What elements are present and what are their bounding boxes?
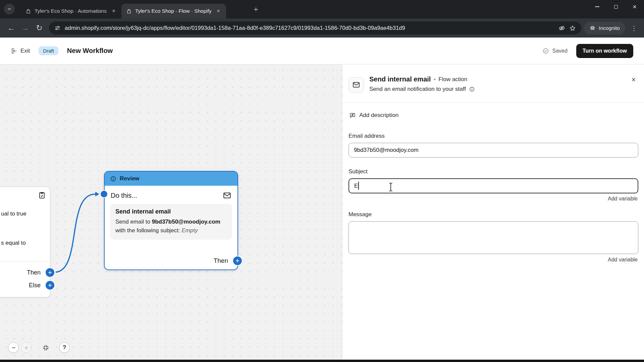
summary-text: Send email to [115, 219, 152, 225]
action-config-panel: Send internal email • Flow action Send a… [342, 64, 644, 360]
else-label: Else [29, 282, 41, 289]
tab-flow-editor[interactable]: Tyler's Eco Shop · Flow · Shopify × [121, 4, 226, 18]
add-then-action-button[interactable] [46, 268, 54, 277]
zoom-in-button[interactable] [21, 342, 32, 353]
add-description-button[interactable]: Add description [347, 111, 400, 120]
summary-empty-value: Empty [182, 227, 198, 234]
screen: Tyler's Eco Shop · Automations × Tyler's… [0, 0, 644, 362]
address-bar[interactable]: admin.shopify.com/store/jy63jq-dc/apps/f… [49, 21, 581, 35]
then-label: Then [27, 269, 41, 276]
zoom-out-button[interactable] [8, 342, 19, 353]
window-minimize-button[interactable] [588, 0, 606, 13]
review-banner: Review [105, 172, 237, 186]
saved-status: Saved [542, 48, 567, 54]
panel-title: Send internal email [369, 75, 431, 83]
help-button[interactable]: ? [59, 342, 70, 353]
maximize-icon [614, 5, 618, 9]
action-card-body: Do this... Send internal email Send emai… [105, 186, 237, 269]
reload-button[interactable]: ↻ [32, 21, 46, 35]
window-maximize-button[interactable] [606, 0, 625, 13]
tabs: Tyler's Eco Shop · Automations × Tyler's… [21, 0, 226, 18]
text-caret [358, 182, 359, 190]
edit-bubble-icon [349, 112, 356, 119]
then-label: Then [214, 257, 228, 264]
action-card-send-internal-email[interactable]: Review Do this... Send internal email Se… [104, 171, 238, 270]
site-settings-icon[interactable] [54, 25, 61, 31]
summary-text: with the following subject: [115, 227, 182, 234]
message-textarea[interactable] [348, 221, 638, 254]
workflow-title: New Workflow [67, 47, 113, 55]
tab-automations[interactable]: Tyler's Eco Shop · Automations × [21, 4, 121, 18]
turn-on-workflow-button[interactable]: Turn on workflow [576, 44, 633, 58]
action-summary-description: Send email to 9bd37b50@moodjoy.com with … [115, 218, 227, 235]
summary-email: 9bd37b50@moodjoy.com [152, 219, 220, 225]
action-summary-box: Send internal email Send email to 9bd37b… [110, 204, 232, 240]
window-controls: × [588, 0, 644, 13]
forward-button[interactable]: → [18, 21, 32, 35]
chevron-down-icon [7, 7, 12, 11]
add-else-action-button[interactable] [46, 281, 54, 290]
condition-card[interactable]: ual to true s equal to Then Else [0, 187, 50, 297]
exit-label: Exit [20, 48, 30, 54]
tab-title: Tyler's Eco Shop · Automations [35, 8, 107, 14]
else-branch-row: Else [29, 281, 54, 290]
add-description-label: Add description [359, 112, 398, 119]
browser-tabstrip: Tyler's Eco Shop · Automations × Tyler's… [0, 0, 644, 18]
canvas-controls: ? [8, 342, 70, 353]
message-label: Message [348, 211, 372, 218]
do-this-row: Do this... [110, 189, 232, 204]
info-circle-icon [110, 176, 116, 182]
condition-text-fragment: ual to true [1, 210, 26, 217]
tab-search-button[interactable] [4, 4, 15, 14]
bottom-bar [0, 360, 644, 362]
subject-input[interactable] [348, 178, 638, 193]
minimize-icon [595, 6, 599, 7]
add-next-action-button[interactable] [233, 256, 242, 265]
do-this-label: Do this... [111, 192, 137, 199]
email-address-input[interactable] [348, 143, 638, 158]
mail-icon [352, 81, 360, 89]
panel-close-button[interactable]: × [629, 75, 639, 85]
action-summary-title: Send internal email [115, 208, 227, 215]
panel-title-row: Send internal email • Flow action [369, 75, 467, 83]
shopify-favicon [25, 8, 31, 14]
flow-canvas[interactable]: ual to true s equal to Then Else [0, 64, 342, 360]
incognito-icon [589, 25, 596, 31]
email-address-label: Email address [348, 133, 385, 139]
close-icon: × [633, 3, 637, 10]
subject-field-wrap [348, 178, 638, 193]
bookmark-star-icon[interactable] [569, 25, 576, 32]
shopify-favicon [126, 8, 132, 14]
connector-input-dot [101, 191, 107, 197]
check-circle-icon [542, 48, 549, 54]
add-variable-link-message[interactable]: Add variable [608, 257, 638, 263]
back-button[interactable]: ← [4, 21, 18, 35]
panel-subtitle: Send an email notification to your staff [369, 86, 475, 93]
exit-button[interactable]: Exit [11, 48, 30, 54]
panel-type-label: Flow action [438, 76, 467, 83]
preview-hidden-icon[interactable] [558, 25, 565, 32]
info-circle-icon[interactable] [469, 86, 475, 92]
then-branch-row: Then [27, 268, 54, 277]
card-divider [0, 261, 50, 261]
bullet-separator: • [434, 77, 435, 82]
add-variable-link-subject[interactable]: Add variable [608, 196, 638, 202]
mail-icon-box [348, 77, 364, 93]
panel-subtitle-text: Send an email notification to your staff [369, 86, 466, 93]
tab-close-icon[interactable]: × [215, 7, 222, 15]
saved-label: Saved [552, 48, 567, 54]
window-close-button[interactable]: × [625, 0, 644, 13]
draft-status-badge: Draft [39, 46, 58, 55]
tab-close-icon[interactable]: × [110, 7, 117, 15]
review-banner-label: Review [120, 175, 140, 182]
url-text[interactable]: admin.shopify.com/store/jy63jq-dc/apps/f… [65, 25, 554, 31]
browser-menu-icon[interactable]: ⋮ [628, 24, 640, 32]
mail-icon [223, 191, 231, 200]
tab-title: Tyler's Eco Shop · Flow · Shopify [135, 8, 211, 14]
clipboard-check-icon [38, 191, 46, 199]
fit-to-screen-button[interactable] [40, 342, 51, 353]
new-tab-button[interactable] [251, 4, 261, 14]
subject-label: Subject [348, 168, 368, 175]
incognito-badge: Incognito [584, 22, 625, 35]
condition-text-fragment: s equal to [1, 240, 26, 246]
